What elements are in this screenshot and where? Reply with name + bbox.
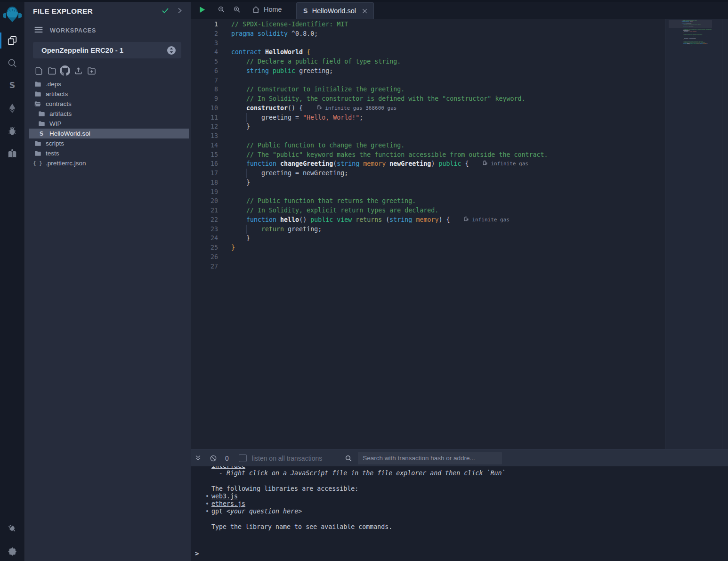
tree-item-artifacts[interactable]: artifacts <box>29 89 189 99</box>
line-number: 11 <box>191 113 218 122</box>
tree-item-wip[interactable]: WIP <box>29 119 189 129</box>
code-line-12: 12 } <box>191 122 548 131</box>
tab-home[interactable]: Home <box>252 6 282 14</box>
rail-item-settings[interactable] <box>0 542 24 561</box>
newfolder-icon <box>47 66 57 77</box>
tree-item-helloworld-sol[interactable]: SHelloWorld.sol <box>29 129 189 138</box>
code-line-23: 23 return greeting; <box>191 225 548 234</box>
solidity-icon: S <box>7 80 17 91</box>
remix-logo-icon[interactable] <box>1 5 23 24</box>
upload-file-button[interactable] <box>73 67 83 76</box>
search-icon <box>345 455 352 462</box>
window-top-edge <box>0 0 728 2</box>
close-icon[interactable] <box>362 8 368 14</box>
line-number: 9 <box>191 94 218 104</box>
folder-icon <box>38 110 45 118</box>
tree-item--deps[interactable]: .deps <box>29 79 189 89</box>
code-token: { <box>461 160 469 167</box>
tree-item-scripts[interactable]: scripts <box>29 138 189 148</box>
code-token: greeting; <box>295 67 333 74</box>
line-content: // Public function to change the greetin… <box>218 141 404 150</box>
line-content: } <box>218 178 250 187</box>
terminal-search-input[interactable] <box>358 452 502 464</box>
double-chevron-down-icon[interactable] <box>194 455 202 462</box>
line-number: 4 <box>191 48 218 57</box>
check-icon[interactable] <box>161 6 170 16</box>
zoom-in-icon[interactable] <box>233 6 241 13</box>
home-icon <box>252 6 260 14</box>
tree-item-tests[interactable]: tests <box>29 148 189 158</box>
rail-item-search[interactable] <box>0 54 24 73</box>
fuel-pump-icon <box>464 215 472 225</box>
line-content: // In Solidity, explicit return types ar… <box>218 206 438 215</box>
run-play-button[interactable] <box>198 6 206 14</box>
rail-item-deploy-run[interactable] <box>0 99 24 118</box>
terminal-text: The following libraries are accessible: <box>211 485 358 492</box>
code-token: () { <box>288 105 303 112</box>
zoom-out-icon[interactable] <box>218 6 225 13</box>
line-content: contract HelloWorld { <box>218 48 310 57</box>
code-token: ^0.8.0; <box>288 30 318 37</box>
rail-item-debugger[interactable] <box>0 122 24 140</box>
workspaces-row: WORKSPACES <box>34 26 182 35</box>
line-content <box>669 49 682 49</box>
new-file-button[interactable] <box>34 67 43 76</box>
code-line-27 <box>669 49 712 49</box>
code-token: return <box>261 226 284 233</box>
code-line-26: 26 <box>191 252 548 262</box>
rail-item-solidity-compiler[interactable]: S <box>0 76 24 95</box>
terminal-link[interactable]: interface <box>211 466 245 469</box>
hamburger-icon[interactable] <box>34 26 43 35</box>
line-number: 19 <box>191 187 218 197</box>
line-content: string public greeting; <box>218 66 333 76</box>
terminal-output[interactable]: interface - Right click on a JavaScript … <box>191 466 728 561</box>
tab-helloworld[interactable]: S HelloWorld.sol <box>296 2 374 19</box>
gear-icon <box>8 546 17 556</box>
clear-ban-icon[interactable] <box>210 455 217 462</box>
new-folder-button[interactable] <box>47 67 57 76</box>
listen-checkbox[interactable] <box>239 454 247 462</box>
rail-item-plugin-manager[interactable] <box>0 519 24 538</box>
chevron-right-icon[interactable] <box>176 7 183 16</box>
line-content: return greeting; <box>218 225 322 234</box>
line-number: 1 <box>191 20 218 29</box>
terminal-prompt[interactable]: > <box>195 550 199 557</box>
code-token: memory <box>416 216 438 223</box>
code-token: ) <box>431 160 438 167</box>
upload-folder-button[interactable] <box>87 67 96 76</box>
code-line-6: 6 string public greeting; <box>191 66 548 76</box>
code-token: } <box>231 123 250 130</box>
files-icon <box>7 35 17 46</box>
gas-estimate-badge: infinite gas 368600 gas <box>317 104 396 113</box>
terminal-line <box>211 515 728 523</box>
bullet: • <box>205 508 209 515</box>
terminal-line: •ethers.js <box>211 500 728 508</box>
tree-item-artifacts[interactable]: artifacts <box>29 109 189 119</box>
tree-item-label: WIP <box>49 120 62 127</box>
rail-item-file-explorer[interactable] <box>0 31 24 50</box>
braces-icon: { } <box>34 160 41 167</box>
line-content: // Constructor to initialize the greetin… <box>218 85 404 94</box>
code-token <box>231 160 246 167</box>
file-explorer-header: FILE EXPLORER <box>24 0 191 16</box>
terminal-link[interactable]: web3.js <box>211 493 238 500</box>
code-token: greeting = <box>231 114 303 121</box>
editor-scrollbar[interactable] <box>722 19 722 449</box>
line-content: greeting = "Hello, World!"; <box>218 113 363 122</box>
folder-icon <box>34 150 41 157</box>
rail-item-learneth[interactable] <box>0 144 24 163</box>
tree-item--prettierrc-json[interactable]: { }.prettierrc.json <box>29 158 189 168</box>
code-editor[interactable]: 1// SPDX-License-Identifier: MIT2pragma … <box>191 19 728 449</box>
code-line-9: 9 // In Solidity, the constructor is def… <box>191 94 548 104</box>
line-number: 21 <box>191 206 218 215</box>
workspace-select[interactable]: OpenZeppelin ERC20 - 1 <box>33 42 181 58</box>
folder-icon <box>34 90 41 98</box>
book-icon <box>7 148 17 159</box>
github-button[interactable] <box>60 67 70 76</box>
gas-estimate-text: infinite gas 368600 gas <box>325 104 396 113</box>
code-line-13: 13 <box>191 131 548 141</box>
terminal-link[interactable]: ethers.js <box>211 500 245 507</box>
code-token: view <box>337 216 352 223</box>
tree-item-contracts[interactable]: contracts <box>29 99 189 109</box>
minimap[interactable]: // SPDX-License-Identifier: MITpragma so… <box>669 20 712 50</box>
